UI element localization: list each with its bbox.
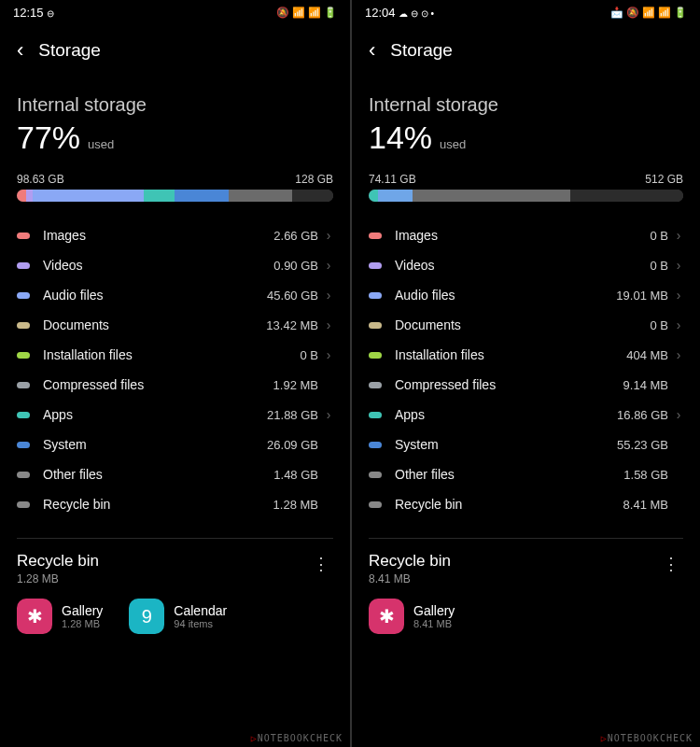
recycle-app-item[interactable]: 9 Calendar 94 items	[129, 599, 227, 634]
category-dot-icon	[369, 472, 382, 478]
category-row[interactable]: Images 2.66 GB ›	[17, 220, 333, 250]
app-icon: ✱	[369, 599, 404, 634]
category-dot-icon	[369, 233, 382, 239]
category-dot-icon	[369, 382, 382, 388]
percent-used: 14%	[369, 120, 432, 156]
category-dot-icon	[17, 412, 30, 418]
category-name: Apps	[395, 407, 617, 422]
category-row[interactable]: Documents 13.42 MB ›	[17, 310, 333, 340]
category-size: 404 MB	[626, 348, 668, 362]
watermark: NOTEBOOKCHECK	[251, 733, 343, 743]
category-row[interactable]: Audio files 45.60 GB ›	[17, 280, 333, 310]
recycle-bin-size: 8.41 MB	[369, 572, 451, 585]
category-list: Images 0 B › Videos 0 B › Audio files 19…	[369, 220, 683, 519]
status-icons: 📩 🔕 📶 📶 🔋	[610, 7, 687, 19]
app-name: Calendar	[174, 603, 227, 618]
recycle-bin-title[interactable]: Recycle bin	[17, 552, 99, 571]
percent-used: 77%	[17, 120, 80, 156]
category-list: Images 2.66 GB › Videos 0.90 GB › Audio …	[17, 220, 333, 519]
category-name: System	[43, 437, 267, 452]
category-size: 19.01 MB	[616, 289, 668, 303]
divider	[17, 538, 333, 539]
category-dot-icon	[17, 382, 30, 388]
app-name: Gallery	[62, 603, 103, 618]
used-label: used	[440, 137, 466, 151]
category-row[interactable]: Images 0 B ›	[369, 220, 683, 250]
category-name: Images	[43, 228, 273, 243]
category-size: 13.42 MB	[266, 318, 318, 332]
status-bar: 12:15 ⊖ 🔕 📶 📶 🔋	[0, 0, 350, 25]
category-name: Videos	[43, 258, 273, 273]
category-row: System 55.23 GB	[369, 430, 683, 459]
category-row[interactable]: Apps 21.88 GB ›	[17, 400, 333, 430]
more-icon[interactable]: ⋮	[659, 552, 683, 576]
chevron-right-icon: ›	[674, 288, 683, 303]
category-name: Audio files	[395, 288, 616, 303]
more-icon[interactable]: ⋮	[309, 552, 333, 576]
chevron-right-icon: ›	[674, 317, 683, 332]
back-icon[interactable]: ‹	[17, 38, 23, 63]
category-row[interactable]: Apps 16.86 GB ›	[369, 400, 683, 430]
category-name: Documents	[395, 317, 650, 332]
clock: 12:04 ☁ ⊖ ⊙ •	[365, 6, 434, 20]
app-icon: 9	[129, 599, 164, 634]
category-dot-icon	[369, 352, 382, 359]
category-dot-icon	[17, 233, 30, 239]
category-size: 26.09 GB	[267, 438, 318, 452]
category-size: 0 B	[300, 348, 318, 362]
header: ‹ Storage	[352, 25, 700, 72]
recycle-bin-title[interactable]: Recycle bin	[369, 552, 451, 571]
category-size: 0.90 GB	[273, 259, 318, 273]
chevron-right-icon: ›	[324, 288, 333, 303]
category-size: 16.86 GB	[617, 408, 668, 422]
used-size: 74.11 GB	[369, 173, 416, 186]
back-icon[interactable]: ‹	[369, 38, 375, 63]
category-row[interactable]: Installation files 404 MB ›	[369, 340, 683, 370]
chevron-right-icon: ›	[324, 317, 333, 332]
total-size: 128 GB	[295, 173, 333, 186]
category-row: Recycle bin 1.28 MB	[17, 489, 333, 519]
app-icon: ✱	[17, 599, 52, 634]
category-name: Videos	[395, 258, 650, 273]
watermark: NOTEBOOKCHECK	[601, 733, 693, 743]
category-dot-icon	[369, 442, 382, 448]
category-name: Apps	[43, 407, 267, 422]
category-row: Other files 1.58 GB	[369, 459, 683, 489]
chevron-right-icon: ›	[324, 347, 333, 362]
category-dot-icon	[17, 442, 30, 448]
chevron-right-icon: ›	[674, 347, 683, 362]
category-dot-icon	[17, 472, 30, 478]
category-dot-icon	[17, 352, 30, 359]
header: ‹ Storage	[0, 25, 350, 72]
recycle-app-item[interactable]: ✱ Gallery 1.28 MB	[17, 599, 103, 634]
recycle-app-item[interactable]: ✱ Gallery 8.41 MB	[369, 599, 455, 634]
category-name: Compressed files	[395, 377, 623, 392]
category-name: Documents	[43, 317, 266, 332]
category-name: Installation files	[395, 347, 626, 362]
category-row: Recycle bin 8.41 MB	[369, 489, 683, 519]
clock: 12:15 ⊖	[13, 6, 54, 20]
category-row[interactable]: Videos 0.90 GB ›	[17, 250, 333, 280]
category-row[interactable]: Audio files 19.01 MB ›	[369, 280, 683, 310]
chevron-right-icon: ›	[674, 258, 683, 273]
app-name: Gallery	[413, 603, 455, 618]
category-row: Other files 1.48 GB	[17, 459, 333, 489]
category-size: 1.28 MB	[273, 498, 318, 512]
category-size: 1.58 GB	[623, 468, 668, 482]
storage-bar	[17, 190, 333, 202]
category-row[interactable]: Videos 0 B ›	[369, 250, 683, 280]
app-subtext: 94 items	[174, 618, 227, 629]
category-dot-icon	[369, 412, 382, 418]
used-size: 98.63 GB	[17, 173, 64, 186]
category-row[interactable]: Installation files 0 B ›	[17, 340, 333, 370]
category-dot-icon	[17, 262, 30, 269]
recycle-bin-size: 1.28 MB	[17, 572, 99, 585]
section-title: Internal storage	[369, 94, 683, 116]
category-dot-icon	[369, 322, 382, 329]
category-name: Images	[395, 228, 650, 243]
category-row[interactable]: Documents 0 B ›	[369, 310, 683, 340]
category-size: 9.14 MB	[623, 378, 668, 392]
app-subtext: 8.41 MB	[413, 618, 455, 629]
page-title: Storage	[390, 40, 453, 61]
total-size: 512 GB	[645, 173, 683, 186]
